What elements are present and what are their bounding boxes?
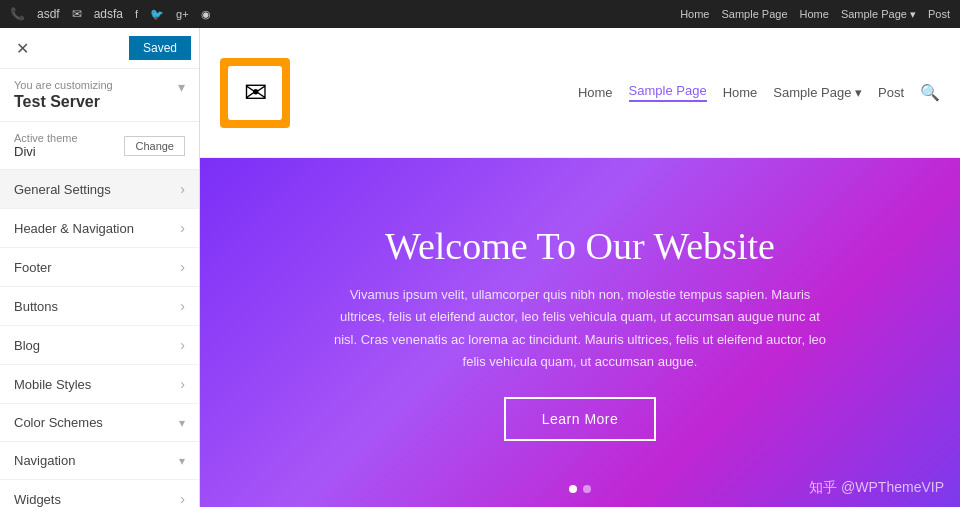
site-nav: Home Sample Page Home Sample Page ▾ Post… (578, 83, 940, 102)
customizer-header: You are customizing Test Server ▾ (0, 69, 199, 122)
admin-nav-sample2[interactable]: Sample Page ▾ (841, 8, 916, 21)
main-container: ✕ Saved You are customizing Test Server … (0, 28, 960, 507)
active-theme-label: Active theme (14, 132, 78, 144)
menu-item-header-navigation[interactable]: Header & Navigation › (0, 209, 199, 248)
sidebar: ✕ Saved You are customizing Test Server … (0, 28, 200, 507)
menu-item-widgets[interactable]: Widgets › (0, 480, 199, 507)
you-are-customizing-label: You are customizing (14, 79, 113, 91)
menu-item-blog[interactable]: Blog › (0, 326, 199, 365)
customizer-toolbar: ✕ Saved (0, 28, 199, 69)
chevron-down-icon: ▾ (179, 416, 185, 430)
chevron-right-icon: › (180, 337, 185, 353)
logo-icon: ✉ (244, 76, 267, 109)
learn-more-button[interactable]: Learn More (504, 397, 657, 441)
search-icon[interactable]: 🔍 (920, 83, 940, 102)
nav-home[interactable]: Home (578, 85, 613, 100)
saved-button[interactable]: Saved (129, 36, 191, 60)
admin-bar: 📞 asdf ✉ adsfa f 🐦 g+ ◉ Home Sample Page… (0, 0, 960, 28)
admin-nav-sample[interactable]: Sample Page (721, 8, 787, 21)
hero-text: Vivamus ipsum velit, ullamcorper quis ni… (330, 284, 830, 372)
chevron-right-icon: › (180, 181, 185, 197)
menu-item-mobile-styles[interactable]: Mobile Styles › (0, 365, 199, 404)
close-button[interactable]: ✕ (8, 34, 36, 62)
site-logo: ✉ (220, 58, 290, 128)
theme-name: Divi (14, 144, 78, 159)
watermark: 知乎 @WPThemeVIP (809, 479, 944, 497)
admin-email: adsfa (94, 7, 123, 21)
admin-nav-post[interactable]: Post (928, 8, 950, 21)
header-collapse-arrow[interactable]: ▾ (178, 79, 185, 95)
chevron-right-icon: › (180, 298, 185, 314)
nav-sample-page[interactable]: Sample Page (629, 83, 707, 102)
admin-phone-icon: 📞 (10, 7, 25, 21)
hero-dots (569, 485, 591, 493)
dot-2 (583, 485, 591, 493)
admin-nav-home2[interactable]: Home (800, 8, 829, 21)
admin-email-icon: ✉ (72, 7, 82, 21)
menu-item-general-settings[interactable]: General Settings › (0, 170, 199, 209)
admin-nav: Home Sample Page Home Sample Page ▾ Post (680, 8, 950, 21)
nav-sample-page2[interactable]: Sample Page ▾ (773, 85, 862, 100)
sidebar-menu: General Settings › Header & Navigation ›… (0, 170, 199, 507)
menu-item-buttons[interactable]: Buttons › (0, 287, 199, 326)
chevron-down-icon: ▾ (179, 454, 185, 468)
site-title: Test Server (14, 93, 113, 111)
nav-post[interactable]: Post (878, 85, 904, 100)
chevron-right-icon: › (180, 491, 185, 507)
hero-section: Welcome To Our Website Vivamus ipsum vel… (200, 158, 960, 507)
menu-item-navigation[interactable]: Navigation ▾ (0, 442, 199, 480)
admin-gplus-icon: g+ (176, 8, 189, 20)
hero-title: Welcome To Our Website (385, 224, 775, 268)
menu-item-color-schemes[interactable]: Color Schemes ▾ (0, 404, 199, 442)
dot-1 (569, 485, 577, 493)
change-theme-button[interactable]: Change (124, 136, 185, 156)
admin-facebook-icon: f (135, 8, 138, 20)
active-theme-section: Active theme Divi Change (0, 122, 199, 170)
admin-nav-home[interactable]: Home (680, 8, 709, 21)
admin-twitter-icon: 🐦 (150, 8, 164, 21)
chevron-right-icon: › (180, 220, 185, 236)
menu-item-footer[interactable]: Footer › (0, 248, 199, 287)
chevron-right-icon: › (180, 259, 185, 275)
nav-home2[interactable]: Home (723, 85, 758, 100)
logo-image: ✉ (228, 66, 282, 120)
site-header: ✉ Home Sample Page Home Sample Page ▾ Po… (200, 28, 960, 158)
admin-rss-icon: ◉ (201, 8, 211, 21)
preview-pane: ✉ Home Sample Page Home Sample Page ▾ Po… (200, 28, 960, 507)
chevron-right-icon: › (180, 376, 185, 392)
admin-phone: asdf (37, 7, 60, 21)
